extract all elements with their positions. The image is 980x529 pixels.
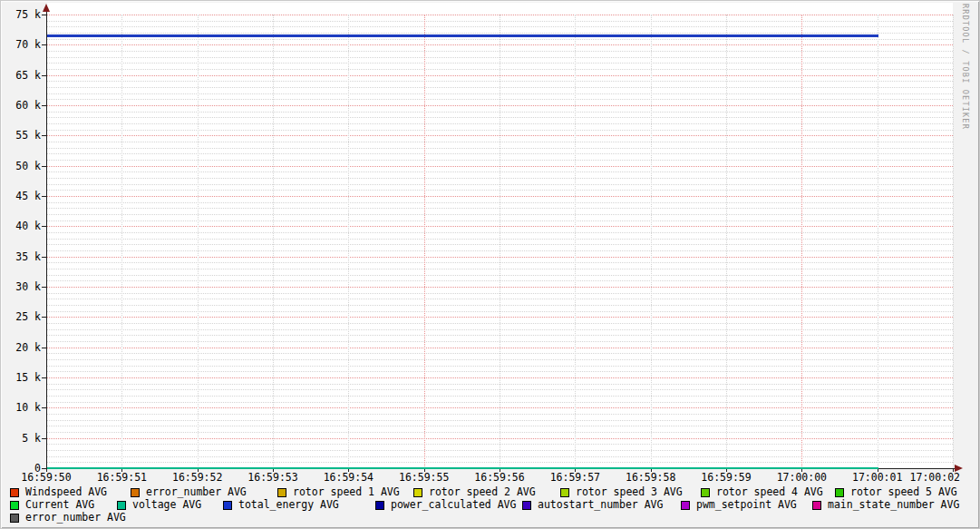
legend-label: error_number AVG xyxy=(25,512,126,524)
x-tick-label: 16:59:55 xyxy=(388,472,461,484)
legend-item: Current AVG xyxy=(10,499,94,511)
y-axis-tick xyxy=(42,75,46,76)
legend-item: error_number AVG xyxy=(10,512,126,524)
rrdtool-watermark: RRDTOOL / TOBI OETIKER xyxy=(961,4,970,130)
y-axis-tick xyxy=(42,166,46,167)
legend-swatch-icon xyxy=(131,488,140,497)
legend-label: rotor speed 4 AVG xyxy=(716,486,823,498)
y-tick-label: 45 k xyxy=(1,190,41,202)
legend-label: rotor speed 5 AVG xyxy=(850,486,957,498)
legend-item: rotor speed 2 AVG xyxy=(413,486,536,498)
legend-label: rotor speed 2 AVG xyxy=(429,486,536,498)
legend-swatch-icon xyxy=(522,501,531,510)
y-tick-label: 60 k xyxy=(1,99,41,112)
legend-item: pwm_setpoint AVG xyxy=(681,499,797,511)
y-tick-label: 10 k xyxy=(1,401,41,414)
legend-item: rotor speed 3 AVG xyxy=(560,486,683,498)
legend-label: rotor speed 3 AVG xyxy=(576,486,683,498)
x-tick-label: 16:59:58 xyxy=(615,472,687,484)
legend-item: rotor speed 4 AVG xyxy=(701,486,823,498)
legend-item: error_number AVG xyxy=(131,486,247,498)
minor-vgridline xyxy=(651,15,652,468)
legend-label: voltage AVG xyxy=(132,499,201,511)
legend-swatch-icon xyxy=(10,501,19,510)
y-axis-tick xyxy=(42,407,46,408)
y-tick-label: 70 k xyxy=(1,38,41,51)
y-tick-label: 35 k xyxy=(1,250,41,263)
y-tick-label: 40 k xyxy=(1,220,41,232)
legend-label: pwm_setpoint AVG xyxy=(696,499,797,511)
legend-item: rotor speed 5 AVG xyxy=(835,486,957,498)
minor-vgridline xyxy=(273,15,274,468)
y-axis-tick xyxy=(42,44,46,45)
legend-swatch-icon xyxy=(10,514,19,523)
legend-item: Windspeed AVG xyxy=(10,486,107,498)
y-axis-tick xyxy=(42,257,46,258)
minor-vgridline xyxy=(198,15,199,468)
y-tick-label: 25 k xyxy=(1,310,41,323)
legend-label: main_state_number AVG xyxy=(828,499,959,511)
legend-label: rotor speed 1 AVG xyxy=(293,486,400,498)
minor-vgridline xyxy=(878,15,878,468)
y-axis-tick xyxy=(42,348,46,348)
y-axis-tick xyxy=(42,196,46,197)
x-tick-label: 17:00:02 xyxy=(888,472,960,484)
y-axis-tick xyxy=(42,15,46,15)
legend-swatch-icon xyxy=(223,501,232,510)
x-tick-label: 16:59:54 xyxy=(312,472,384,484)
legend-swatch-icon xyxy=(10,488,19,497)
y-axis-tick xyxy=(42,135,46,136)
series-line-total_energy-avg xyxy=(47,34,878,37)
legend-swatch-icon xyxy=(560,488,569,497)
y-tick-label: 50 k xyxy=(1,160,41,172)
legend-item: voltage AVG xyxy=(117,499,201,511)
legend-swatch-icon xyxy=(277,488,286,497)
y-axis-arrow-icon xyxy=(43,4,50,12)
major-vgridline xyxy=(424,15,425,468)
minor-vgridline xyxy=(575,15,576,468)
y-axis-tick xyxy=(42,438,46,439)
y-tick-label: 5 k xyxy=(1,432,41,445)
y-tick-label: 30 k xyxy=(1,280,41,293)
legend-swatch-icon xyxy=(375,501,384,510)
series-line-voltage-avg xyxy=(47,467,878,469)
legend-item: total_energy AVG xyxy=(223,499,339,511)
y-tick-label: 20 k xyxy=(1,341,41,354)
minor-vgridline xyxy=(121,15,122,468)
legend-swatch-icon xyxy=(701,488,710,497)
x-tick-label: 16:59:51 xyxy=(85,472,158,484)
legend-label: Windspeed AVG xyxy=(25,486,107,498)
legend-label: autostart_number AVG xyxy=(538,499,663,511)
x-tick-label: 16:59:53 xyxy=(237,472,309,484)
x-tick-label: 16:59:50 xyxy=(10,472,82,484)
minor-vgridline xyxy=(953,15,954,468)
y-tick-label: 15 k xyxy=(1,371,41,384)
legend-swatch-icon xyxy=(117,501,126,510)
major-vgridline xyxy=(801,15,802,468)
y-tick-label: 55 k xyxy=(1,129,41,142)
y-axis-tick xyxy=(42,317,46,318)
legend-label: error_number AVG xyxy=(146,486,247,498)
y-axis-tick xyxy=(42,287,46,288)
x-tick-label: 16:59:52 xyxy=(161,472,234,484)
legend-item: autostart_number AVG xyxy=(522,499,663,511)
y-tick-label: 75 k xyxy=(1,8,41,21)
x-tick-label: 16:59:57 xyxy=(539,472,611,484)
legend-label: total_energy AVG xyxy=(238,499,339,511)
y-axis xyxy=(46,8,47,470)
legend-label: power_calculated AVG xyxy=(391,499,516,511)
legend-swatch-icon xyxy=(413,488,422,497)
y-axis-tick xyxy=(42,377,46,378)
legend-item: main_state_number AVG xyxy=(812,499,959,511)
legend-swatch-icon xyxy=(835,488,844,497)
rrdtool-graph: 05 k10 k15 k20 k25 k30 k35 k40 k45 k50 k… xyxy=(0,0,980,529)
minor-vgridline xyxy=(500,15,500,468)
x-tick-label: 16:59:59 xyxy=(690,472,762,484)
legend-item: rotor speed 1 AVG xyxy=(277,486,400,498)
x-tick-label: 16:59:56 xyxy=(463,472,536,484)
legend-swatch-icon xyxy=(812,501,821,510)
y-axis-tick xyxy=(42,105,46,106)
y-tick-label: 65 k xyxy=(1,69,41,82)
legend-label: Current AVG xyxy=(25,499,94,511)
minor-vgridline xyxy=(348,15,349,468)
